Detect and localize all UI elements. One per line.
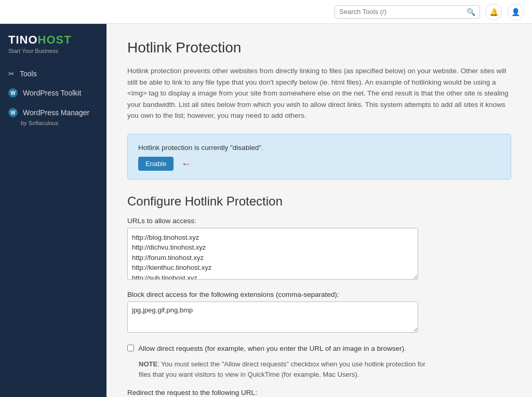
sidebar-nav: ✂ Tools W WordPress Toolkit W WordPress … xyxy=(0,64,107,129)
allow-direct-row: Allow direct requests (for example, when… xyxy=(127,344,418,354)
topbar: 🔍 🔔 👤 xyxy=(0,0,532,24)
allow-direct-label: Allow direct requests (for example, when… xyxy=(138,344,406,354)
logo-tagline: Start Your Business xyxy=(8,48,98,54)
search-button[interactable]: 🔍 xyxy=(467,8,475,16)
configure-section-title: Configure Hotlink Protection xyxy=(127,194,511,209)
note-label: NOTE xyxy=(139,360,157,368)
redirect-label: Redirect the request to the following UR… xyxy=(127,389,418,396)
urls-label: URLs to allow access: xyxy=(127,217,418,225)
enable-button[interactable]: Enable xyxy=(138,157,174,171)
status-text: Hotlink protection is currently "disable… xyxy=(138,144,500,152)
wordpress-manager-label: WordPress Manager xyxy=(23,108,89,117)
sidebar-item-tools[interactable]: ✂ Tools xyxy=(0,64,107,83)
page-description: Hotlink protection prevents other websit… xyxy=(127,65,511,121)
note-text: NOTE: You must select the "Allow direct … xyxy=(139,359,430,379)
urls-form-group: URLs to allow access: http://blog.tinoho… xyxy=(127,217,418,281)
scissors-icon: ✂ xyxy=(8,70,15,78)
extensions-textarea[interactable]: jpg,jpeg,gif,png,bmp xyxy=(127,302,418,333)
status-row: Enable ← xyxy=(138,157,500,171)
extensions-form-group: Block direct access for the following ex… xyxy=(127,291,418,334)
logo-host: HOST xyxy=(38,33,72,46)
search-input[interactable] xyxy=(339,8,467,16)
allow-direct-checkbox[interactable] xyxy=(127,345,134,351)
redirect-form-group: Redirect the request to the following UR… xyxy=(127,389,418,397)
wp-manager-icon: W xyxy=(8,108,18,117)
extensions-label: Block direct access for the following ex… xyxy=(127,291,418,298)
search-bar: 🔍 xyxy=(335,5,480,19)
wp-toolkit-icon: W xyxy=(8,88,18,98)
urls-textarea[interactable]: http://blog.tinohost.xyz http://dichvu.t… xyxy=(127,228,418,280)
tools-label: Tools xyxy=(20,70,37,78)
note-body: : You must select the "Allow direct requ… xyxy=(139,360,425,378)
main-content: Hotlink Protection Hotlink protection pr… xyxy=(107,24,532,397)
notifications-icon[interactable]: 🔔 xyxy=(485,4,502,20)
status-box: Hotlink protection is currently "disable… xyxy=(127,134,511,180)
logo-area: TINOHOST Start Your Business xyxy=(0,24,107,59)
sidebar-item-wordpress-toolkit[interactable]: W WordPress Toolkit xyxy=(0,83,107,103)
softaculous-subtext: by Softaculous xyxy=(0,120,107,126)
logo-tino: TINO xyxy=(8,33,38,46)
sidebar: TINOHOST Start Your Business ✂ Tools W W… xyxy=(0,24,107,397)
page-title: Hotlink Protection xyxy=(127,39,511,56)
user-icon[interactable]: 👤 xyxy=(507,4,524,20)
logo: TINOHOST xyxy=(8,33,98,47)
wordpress-toolkit-label: WordPress Toolkit xyxy=(23,89,81,97)
arrow-icon: ← xyxy=(181,158,191,170)
